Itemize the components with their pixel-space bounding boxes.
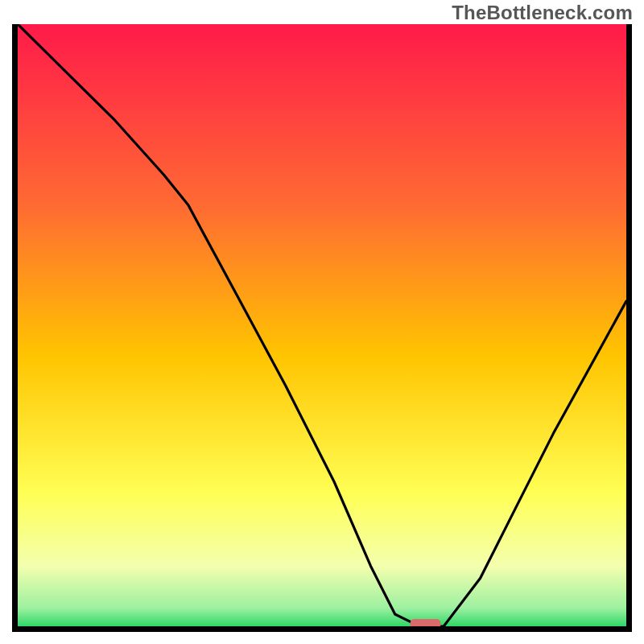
chart-frame [12, 24, 632, 632]
watermark-text: TheBottleneck.com [452, 2, 633, 24]
optimal-marker [411, 619, 441, 626]
chart-canvas [18, 24, 626, 626]
chart-svg [18, 24, 626, 626]
